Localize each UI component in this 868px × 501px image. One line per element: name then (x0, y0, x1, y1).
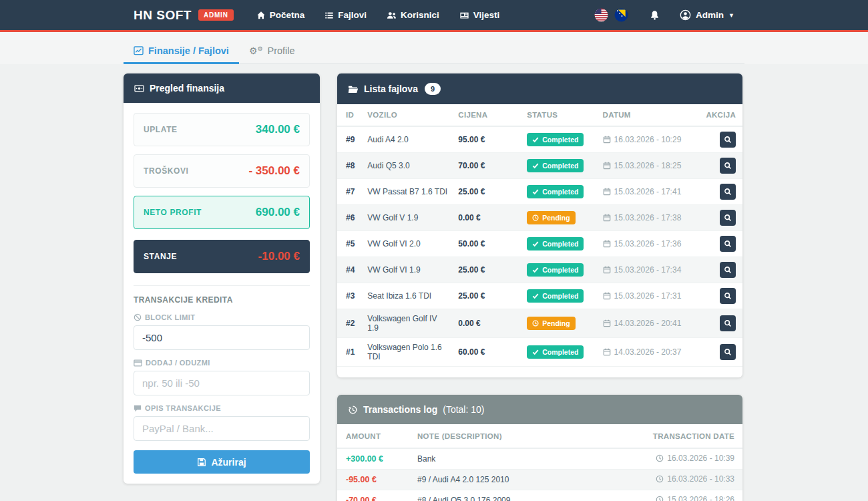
check-icon (532, 188, 539, 195)
file-cijena: 0.00 € (453, 309, 521, 338)
transactions-tbody: +300.00 € Bank 16.03.2026 - 10:39 -95.00… (337, 448, 742, 501)
block-limit-input[interactable] (134, 325, 310, 350)
search-icon (724, 162, 732, 170)
files-table: ID VOZILO CIJENA STATUS DATUM AKCIJA #9 … (337, 104, 742, 367)
clock-icon (656, 454, 664, 462)
view-file-button[interactable] (720, 344, 736, 360)
table-row: #7 VW Passat B7 1.6 TDI 25.00 € Complete… (337, 179, 742, 205)
admin-label: Admin (696, 10, 724, 20)
tx-date: 16.03.2026 - 10:39 (667, 454, 734, 463)
block-limit-field-group: BLOCK LIMIT (134, 313, 310, 350)
tx-amount: -70.00 € (337, 490, 412, 501)
check-icon (532, 267, 539, 273)
news-icon (459, 11, 469, 20)
status-label: Completed (542, 136, 578, 144)
nav-item-fajlovi[interactable]: Fajlovi (324, 10, 367, 20)
tab-finansije-fajlovi[interactable]: Finansije / Fajlovi (124, 40, 239, 64)
block-limit-label: BLOCK LIMIT (134, 313, 310, 321)
check-icon (532, 293, 539, 299)
table-row: #5 VW Golf VI 2.0 50.00 € Completed 15.0… (337, 231, 742, 257)
clock-icon (532, 320, 539, 327)
folder-icon (348, 85, 359, 94)
search-icon (724, 266, 732, 274)
admin-dropdown[interactable]: Admin ▼ (680, 9, 734, 21)
search-icon (724, 319, 732, 327)
status-label: Completed (542, 188, 578, 196)
credit-heading: TRANSAKCIJE KREDITA (134, 295, 310, 305)
view-file-button[interactable] (720, 184, 736, 200)
dodaj-oduzmi-input[interactable] (134, 371, 310, 395)
notifications-bell[interactable] (650, 10, 660, 21)
transactions-panel-header: Transactions log (Total: 10) (337, 395, 742, 424)
divider (134, 285, 310, 286)
table-row: #3 Seat Ibiza 1.6 TDI 25.00 € Completed … (337, 283, 742, 309)
transactions-table-header-row: AMOUNT NOTE (DESCRIPTION) TRANSACTION DA… (337, 424, 742, 448)
file-cijena: 0.00 € (453, 205, 521, 231)
view-file-button[interactable] (720, 262, 736, 278)
money-bill-icon (134, 84, 144, 93)
azuriraj-button[interactable]: Ažuriraj (134, 450, 310, 474)
status-badge: Pending (527, 317, 575, 330)
save-icon (197, 458, 206, 467)
nav-item-vijesti[interactable]: Vijesti (459, 10, 500, 20)
file-id: #4 (337, 257, 362, 283)
tx-note: #8 / Audi Q5 3.0 176 2009 (412, 490, 607, 501)
view-file-button[interactable] (720, 210, 736, 226)
file-vozilo: Seat Ibiza 1.6 TDI (362, 283, 453, 309)
finance-panel-header: Pregled finansija (124, 73, 320, 103)
file-vozilo: VW Golf VI 2.0 (362, 231, 453, 257)
transactions-panel: Transactions log (Total: 10) AMOUNT NOTE… (337, 395, 742, 501)
file-datum: 14.03.2026 - 20:41 (614, 319, 682, 328)
nav-item-korisnici[interactable]: Korisnici (387, 10, 439, 20)
file-vozilo: VW Golf VI 1.9 (362, 257, 453, 283)
status-badge: Completed (527, 289, 584, 303)
clock-icon (532, 214, 539, 221)
table-row: -95.00 € #9 / Audi A4 2.0 125 2010 16.03… (337, 470, 742, 490)
view-file-button[interactable] (720, 158, 736, 174)
tab-profile[interactable]: ⚙⚙ Profile (239, 40, 305, 64)
file-datum: 15.03.2026 - 17:41 (614, 187, 682, 196)
tx-note: Bank (412, 448, 607, 470)
files-panel-title: Lista fajlova (364, 84, 418, 94)
status-badge: Completed (527, 345, 584, 359)
credit-card-icon (134, 359, 142, 367)
file-id: #1 (337, 338, 362, 367)
file-cijena: 25.00 € (453, 179, 521, 205)
file-id: #7 (337, 179, 362, 205)
table-row: #2 Volkswagen Golf IV 1.9 0.00 € Pending… (337, 309, 742, 338)
brand[interactable]: HN SOFT ADMIN (134, 8, 234, 23)
file-datum: 15.03.2026 - 17:34 (614, 265, 682, 275)
view-file-button[interactable] (720, 132, 736, 148)
tx-date: 16.03.2026 - 10:33 (667, 474, 734, 484)
file-cijena: 95.00 € (453, 126, 521, 153)
finance-row-uplate: UPLATE 340.00 € (134, 113, 310, 146)
file-cijena: 25.00 € (453, 283, 521, 309)
file-vozilo: Audi A4 2.0 (362, 126, 453, 153)
status-badge: Completed (527, 133, 584, 146)
tx-amount: -95.00 € (337, 470, 412, 490)
file-cijena: 50.00 € (453, 231, 521, 257)
view-file-button[interactable] (720, 288, 736, 304)
table-row: +300.00 € Bank 16.03.2026 - 10:39 (337, 448, 742, 470)
opis-transakcije-input[interactable] (134, 416, 310, 441)
view-file-button[interactable] (720, 315, 736, 331)
files-table-header-row: ID VOZILO CIJENA STATUS DATUM AKCIJA (337, 104, 742, 126)
dodaj-oduzmi-field-group: DODAJ / ODUZMI (134, 359, 310, 395)
tx-date: 15.03.2026 - 18:26 (667, 495, 734, 501)
table-row: #1 Volkswagen Polo 1.6 TDI 60.00 € Compl… (337, 338, 742, 367)
clock-icon (656, 496, 664, 501)
status-label: Completed (542, 292, 578, 300)
file-id: #3 (337, 283, 362, 309)
finance-row-stanje: STANJE -10.00 € (134, 240, 310, 273)
nav-item-pocetna[interactable]: Početna (256, 10, 305, 20)
flag-us[interactable] (594, 8, 608, 22)
file-cijena: 70.00 € (453, 153, 521, 179)
search-icon (724, 188, 732, 196)
calendar-icon (603, 162, 611, 170)
calendar-icon (603, 214, 611, 222)
file-datum: 15.03.2026 - 17:31 (614, 291, 682, 301)
file-cijena: 25.00 € (453, 257, 521, 283)
view-file-button[interactable] (720, 236, 736, 252)
file-id: #5 (337, 231, 362, 257)
flag-ba[interactable] (614, 8, 628, 22)
